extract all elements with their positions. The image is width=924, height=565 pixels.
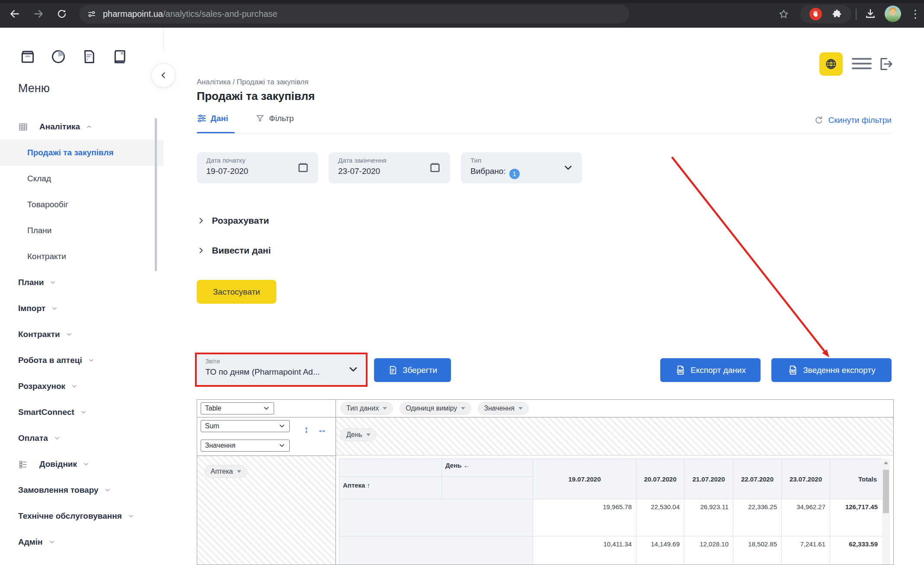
logout-icon[interactable] xyxy=(877,55,894,73)
browser-back-button[interactable] xyxy=(7,6,22,22)
chevron-down-icon xyxy=(49,279,56,286)
sidebar-item-payment[interactable]: Оплата xyxy=(0,425,163,451)
main-content: Аналітика / Продажі та закупівля Продажі… xyxy=(163,28,924,565)
column-header: 21.07.2020 xyxy=(684,459,733,499)
sidebar-item-analytics[interactable]: Аналітика xyxy=(0,114,163,140)
archive-box-icon[interactable] xyxy=(19,48,36,65)
breadcrumb: Аналітика / Продажі та закупівля xyxy=(197,78,309,87)
profile-avatar[interactable] xyxy=(885,6,901,22)
tabs-divider xyxy=(197,133,892,134)
field-pill-value[interactable]: Значення xyxy=(478,402,529,415)
chevron-down-icon xyxy=(104,487,111,494)
downloads-icon[interactable] xyxy=(863,6,878,22)
document-icon[interactable] xyxy=(81,48,97,65)
url-domain: pharmapoint.ua xyxy=(103,9,163,19)
chevron-right-icon xyxy=(197,246,205,255)
browser-reload-button[interactable] xyxy=(54,6,70,22)
sidebar-item-turnover[interactable]: Товарообіг xyxy=(0,192,163,218)
sidebar-item-plans-sub[interactable]: Плани xyxy=(0,218,163,244)
end-date-field[interactable]: Дата закінчення 23-07-2020 xyxy=(329,152,450,183)
tab-data[interactable]: Дані xyxy=(197,113,228,123)
row-order-arrow[interactable]: ↕ xyxy=(304,424,309,435)
triangle-down-icon xyxy=(461,407,465,410)
col-field-header[interactable]: День ← xyxy=(442,459,533,477)
funnel-icon xyxy=(255,113,265,123)
field-pill-data-type[interactable]: Тип даних xyxy=(340,402,393,415)
table-row: 19,965.78 22,530.04 26,923.11 22,336.25 … xyxy=(339,499,882,536)
extensions-puzzle-icon[interactable] xyxy=(831,9,842,19)
triangle-down-icon xyxy=(518,407,523,410)
chevron-down-icon xyxy=(563,163,573,173)
sidebar-item-smartconnect[interactable]: SmartConnect xyxy=(0,399,163,425)
triangle-down-icon xyxy=(237,470,241,473)
sidebar-item-contracts-sub[interactable]: Контракти xyxy=(0,244,163,270)
sidebar-item-contracts[interactable]: Контракти xyxy=(0,321,163,347)
section-calculate[interactable]: Розрахувати xyxy=(197,215,269,226)
columns-drop-zone[interactable]: День xyxy=(336,417,894,456)
row-label xyxy=(339,499,533,536)
calendar-icon[interactable] xyxy=(428,161,441,174)
column-header: 19.07.2020 xyxy=(533,459,636,499)
chevron-up-icon xyxy=(86,123,93,130)
adblock-extension-icon[interactable] xyxy=(809,8,822,20)
chevron-down-icon xyxy=(88,357,95,364)
sidebar-item-warehouse[interactable]: Склад xyxy=(0,166,163,192)
chevron-down-icon xyxy=(51,305,58,312)
row-field-header[interactable]: Аптека ↑ xyxy=(339,477,442,499)
sidebar-collapse-button[interactable] xyxy=(151,63,176,87)
sidebar-item-goods-order[interactable]: Замовлення товару xyxy=(0,477,163,503)
scroll-up-button[interactable] xyxy=(882,459,890,467)
apply-button[interactable]: Застосувати xyxy=(197,280,276,304)
menu-title: Меню xyxy=(18,82,50,95)
sidebar-item-admin[interactable]: Адмін xyxy=(0,529,163,555)
tab-filter[interactable]: Фільтр xyxy=(255,113,294,123)
site-info-icon[interactable] xyxy=(86,9,97,19)
sidebar-item-maintenance[interactable]: Технічне обслуговування xyxy=(0,503,163,529)
chevron-down-icon xyxy=(80,409,87,416)
chevron-down-icon xyxy=(66,331,73,338)
col-order-arrow[interactable]: ↔ xyxy=(317,424,327,435)
address-bar[interactable]: pharmapoint.ua/analytics/sales-and-purch… xyxy=(79,5,629,23)
pivot-table: Table Тип даних Одиниця виміру Значення … xyxy=(197,399,894,565)
sidebar-item-plans[interactable]: Плани xyxy=(0,270,163,295)
export-data-button[interactable]: Експорт даних xyxy=(660,358,761,382)
field-pill-pharmacy[interactable]: Аптека xyxy=(205,465,247,478)
field-pill-unit[interactable]: Одиниця виміру xyxy=(400,402,471,415)
chevron-down-icon xyxy=(83,461,90,468)
bookmark-star-icon[interactable] xyxy=(776,6,791,22)
export-summary-button[interactable]: Зведення експорту xyxy=(771,358,892,382)
toolbar-separator xyxy=(856,9,857,20)
hamburger-menu-icon[interactable] xyxy=(852,58,872,70)
field-pill-day[interactable]: День xyxy=(340,428,377,441)
start-date-field[interactable]: Дата початку 19-07-2020 xyxy=(197,152,318,183)
reports-select-highlighted[interactable]: Звіти ТО по дням (Pharmapoint Ad... xyxy=(195,353,368,387)
scrollbar-thumb[interactable] xyxy=(883,470,889,513)
sidebar-item-pharmacy-work[interactable]: Робота в аптеці xyxy=(0,347,163,373)
chevron-right-icon xyxy=(197,216,205,225)
save-button[interactable]: Зберегти xyxy=(374,358,451,382)
sidebar-item-directory[interactable]: Довідник xyxy=(0,451,163,477)
url-path: /analytics/sales-and-purchase xyxy=(163,9,278,19)
chevron-down-icon xyxy=(54,435,61,442)
sidebar-item-import[interactable]: Імпорт xyxy=(0,295,163,321)
type-select-field[interactable]: Тип Вибрано:1 xyxy=(461,152,582,183)
aggregator-select[interactable]: Sum xyxy=(201,420,290,432)
sidebar-item-sales-and-purchase[interactable]: Продажі та закупівля xyxy=(0,140,163,166)
chevron-down-icon xyxy=(348,364,359,375)
reset-filters-button[interactable]: Скинути фільтри xyxy=(814,115,892,125)
rows-drop-zone[interactable]: Аптека xyxy=(197,456,336,565)
section-output-data[interactable]: Вивести дані xyxy=(197,245,271,256)
pie-chart-icon[interactable] xyxy=(50,48,67,65)
sidebar-scrollbar[interactable] xyxy=(155,118,157,271)
aggregator-value-select[interactable]: Значення xyxy=(201,440,290,452)
calendar-icon[interactable] xyxy=(297,161,310,174)
language-globe-button[interactable] xyxy=(819,52,843,76)
renderer-select[interactable]: Table xyxy=(201,402,274,414)
grid-icon xyxy=(18,122,28,132)
browser-forward-button[interactable] xyxy=(31,6,46,22)
browser-menu-icon[interactable]: ⋮ xyxy=(910,7,918,21)
book-icon[interactable] xyxy=(112,48,128,65)
sidebar-item-calculation[interactable]: Розрахунок xyxy=(0,373,163,399)
sliders-icon xyxy=(197,113,207,123)
table-scrollbar[interactable] xyxy=(882,459,890,565)
